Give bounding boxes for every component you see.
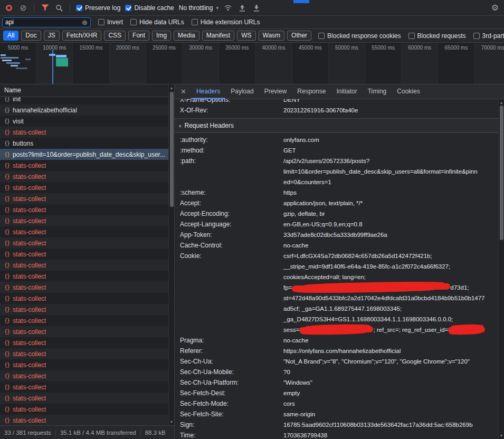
request-row[interactable]: {}stats-collect (0, 359, 168, 370)
json-file-icon: {} (4, 207, 9, 213)
clear-filter-icon[interactable]: ⊗ (82, 19, 88, 26)
json-file-icon: {} (4, 163, 9, 168)
request-row[interactable]: {}stats-collect (0, 381, 168, 393)
request-row[interactable]: {}init (0, 97, 168, 104)
type-filter-fetch-xhr[interactable]: Fetch/XHR (62, 31, 102, 41)
request-row[interactable]: {}stats-collect (0, 404, 168, 415)
network-conditions-icon[interactable] (223, 3, 233, 13)
request-row[interactable]: {}stats-collect (0, 315, 168, 326)
hide-extension-urls-checkbox[interactable]: Hide extension URLs (192, 18, 260, 26)
tab-cookies[interactable]: Cookies (392, 84, 425, 99)
export-har-icon[interactable] (252, 3, 261, 13)
type-filter-media[interactable]: Media (174, 31, 199, 41)
request-headers-section-header[interactable]: ▾Request Headers (175, 118, 498, 133)
scroll-up-icon[interactable]: ▲ (499, 101, 504, 104)
request-row[interactable]: {}stats-collect (0, 237, 168, 249)
request-row[interactable]: {}stats-collect (0, 348, 168, 359)
request-row[interactable]: {}stats-collect (0, 249, 168, 260)
request-row[interactable]: {}stats-collect (0, 415, 168, 425)
filter-input[interactable]: api ⊗ (2, 17, 91, 27)
name-column-header[interactable]: Name (0, 84, 174, 97)
timeline-column: 40000 ms (255, 43, 292, 84)
request-row[interactable]: {}stats-collect (0, 282, 168, 293)
request-name: stats-collect (13, 184, 46, 192)
requests-scrollbar[interactable]: ▲ ▼ (168, 84, 174, 425)
request-row[interactable]: {}hannahelizabethofficial (0, 104, 168, 116)
invert-checkbox[interactable]: Invert (98, 18, 123, 26)
tab-initiator[interactable]: Initiator (331, 84, 362, 99)
header-row: Sign:16785:5aad9602cf110608b03133de56364… (175, 419, 498, 430)
value-text: limit=10&order=publish_date_desc&skip_us… (283, 168, 478, 175)
type-filter-css[interactable]: CSS (104, 31, 126, 41)
request-row[interactable]: {}stats-collect (0, 215, 168, 226)
type-filter-doc[interactable]: Doc (21, 31, 41, 41)
hide-data-urls-checkbox[interactable]: Hide data URLs (130, 18, 184, 26)
request-row[interactable]: {}buttons (0, 138, 168, 149)
type-filter-chips: AllDocJSFetch/XHRCSSFontImgMediaManifest… (3, 31, 311, 41)
clear-network-log-icon[interactable]: ⊘ (18, 3, 28, 13)
timeline-overview[interactable]: 5000 ms10000 ms15000 ms20000 ms25000 ms3… (0, 43, 504, 84)
request-row[interactable]: {}stats-collect (0, 260, 168, 271)
scroll-down-icon[interactable]: ▼ (499, 434, 504, 437)
json-file-icon: {} (4, 406, 9, 412)
tab-response[interactable]: Response (292, 84, 331, 99)
hide-extension-urls-label: Hide extension URLs (201, 18, 260, 26)
request-row[interactable]: {}visit (0, 116, 168, 127)
request-row[interactable]: {}stats-collect (0, 393, 168, 404)
filter-checkbox-3rd-party-requests[interactable]: 3rd-party requests (473, 32, 504, 40)
header-value: GET (283, 145, 498, 156)
request-row[interactable]: {}stats-collect (0, 271, 168, 282)
request-row[interactable]: {}posts?limit=10&order=publish_date_desc… (0, 149, 168, 160)
request-type-filters: AllDocJSFetch/XHRCSSFontImgMediaManifest… (0, 29, 504, 43)
request-row[interactable]: {}stats-collect (0, 127, 168, 138)
value-text: cookiesAccepted=all; lang=en; (283, 274, 366, 280)
request-row[interactable]: {}stats-collect (0, 337, 168, 348)
request-row[interactable]: {}stats-collect (0, 193, 168, 204)
type-filter-ws[interactable]: WS (237, 31, 255, 41)
record-icon[interactable] (4, 3, 14, 13)
request-row[interactable]: {}stats-collect (0, 226, 168, 237)
tab-timing[interactable]: Timing (363, 84, 392, 99)
header-value: "Windows" (283, 377, 498, 388)
request-row[interactable]: {}stats-collect (0, 326, 168, 337)
header-row: Sec-Fetch-Mode:cors (175, 398, 498, 409)
close-icon[interactable]: ✕ (175, 88, 191, 96)
scrollbar-thumb[interactable] (500, 106, 503, 240)
filter-funnel-icon[interactable] (40, 3, 50, 13)
tab-payload[interactable]: Payload (225, 84, 259, 99)
tab-preview[interactable]: Preview (259, 84, 292, 99)
timeline-column: 70000 ms (475, 43, 504, 84)
scroll-up-icon[interactable]: ▲ (169, 86, 174, 90)
disable-cache-checkbox[interactable]: Disable cache (125, 4, 174, 12)
search-icon[interactable] (54, 3, 64, 13)
request-row[interactable]: {}stats-collect (0, 160, 168, 171)
type-filter-js[interactable]: JS (44, 31, 60, 41)
timeline-tick-label: 35000 ms (219, 45, 255, 51)
throttling-select[interactable]: No throttling ▾ (179, 4, 218, 12)
request-row[interactable]: {}stats-collect (0, 204, 168, 215)
filter-checkbox-blocked-requests[interactable]: Blocked requests (408, 32, 466, 40)
details-scrollbar[interactable]: ▲ ▼ (498, 99, 504, 439)
scroll-down-icon[interactable]: ▼ (169, 420, 174, 424)
scrollbar-thumb[interactable] (170, 92, 174, 207)
header-row: Pragma:no-cache (175, 335, 498, 346)
type-filter-all[interactable]: All (3, 31, 18, 41)
type-filter-font[interactable]: Font (128, 31, 149, 41)
type-filter-wasm[interactable]: Wasm (259, 31, 285, 41)
header-row: Sec-Ch-Ua-Mobile:?0 (175, 367, 498, 377)
request-row[interactable]: {}stats-collect (0, 293, 168, 304)
request-row[interactable]: {}stats-collect (0, 171, 168, 182)
request-row[interactable]: {}stats-collect (0, 370, 168, 381)
filter-checkbox-blocked-response-cookies[interactable]: Blocked response cookies (318, 32, 401, 40)
timeline-column: 30000 ms (183, 43, 219, 84)
request-row[interactable]: {}stats-collect (0, 182, 168, 193)
header-name: :scheme: (180, 187, 283, 198)
request-row[interactable]: {}stats-collect (0, 304, 168, 315)
settings-gear-icon[interactable]: ⚙ (490, 3, 500, 13)
preserve-log-checkbox[interactable]: Preserve log (76, 4, 120, 12)
type-filter-other[interactable]: Other (287, 31, 311, 41)
tab-headers[interactable]: Headers (191, 84, 225, 99)
type-filter-manifest[interactable]: Manifest (202, 31, 234, 41)
type-filter-img[interactable]: Img (152, 31, 171, 41)
import-har-icon[interactable] (237, 3, 247, 13)
